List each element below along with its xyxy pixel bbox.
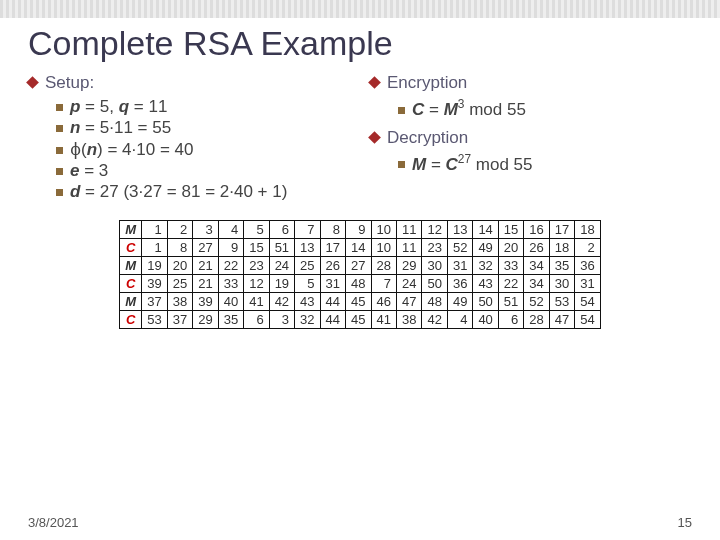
table-cell: 14 xyxy=(346,239,371,257)
table-cell: 10 xyxy=(371,221,396,239)
table-cell: 27 xyxy=(346,257,371,275)
table-cell: 23 xyxy=(422,239,447,257)
encryption-heading: Encryption xyxy=(370,73,692,93)
table-cell: 35 xyxy=(549,257,574,275)
table-cell: 45 xyxy=(346,311,371,329)
table-cell: 38 xyxy=(396,311,421,329)
table-cell: 47 xyxy=(396,293,421,311)
table-cell: 39 xyxy=(142,275,167,293)
table-cell: 36 xyxy=(447,275,472,293)
table-row-label: C xyxy=(120,275,142,293)
table-cell: 28 xyxy=(524,311,549,329)
table-cell: 8 xyxy=(167,239,192,257)
table-cell: 48 xyxy=(422,293,447,311)
table-cell: 18 xyxy=(575,221,600,239)
table-cell: 32 xyxy=(295,311,320,329)
table-cell: 8 xyxy=(320,221,345,239)
table-cell: 15 xyxy=(244,239,269,257)
table-cell: 46 xyxy=(371,293,396,311)
table-cell: 20 xyxy=(498,239,523,257)
encryption-formula: C = M3 mod 55 xyxy=(398,97,692,120)
table-cell: 25 xyxy=(295,257,320,275)
table-cell: 41 xyxy=(371,311,396,329)
table-cell: 6 xyxy=(269,221,294,239)
table-cell: 2 xyxy=(167,221,192,239)
diamond-icon xyxy=(368,131,381,144)
table-cell: 7 xyxy=(295,221,320,239)
bullet-icon xyxy=(398,161,405,168)
setup-item-n: n = 5·11 = 55 xyxy=(56,118,350,138)
table-row-label: C xyxy=(120,239,142,257)
table-cell: 31 xyxy=(447,257,472,275)
table-cell: 31 xyxy=(575,275,600,293)
table-cell: 35 xyxy=(218,311,243,329)
table-cell: 3 xyxy=(269,311,294,329)
encryption-list: C = M3 mod 55 xyxy=(370,97,692,120)
footer-page: 15 xyxy=(678,515,692,530)
table-cell: 6 xyxy=(498,311,523,329)
table-cell: 47 xyxy=(549,311,574,329)
table-cell: 28 xyxy=(371,257,396,275)
table-cell: 40 xyxy=(218,293,243,311)
table-cell: 11 xyxy=(396,239,421,257)
table-cell: 50 xyxy=(422,275,447,293)
bullet-icon xyxy=(56,147,63,154)
page-title: Complete RSA Example xyxy=(28,24,692,63)
table-cell: 22 xyxy=(218,257,243,275)
table-row: C18279155113171410112352492026182 xyxy=(120,239,600,257)
bullet-icon xyxy=(398,107,405,114)
table-cell: 20 xyxy=(167,257,192,275)
table-cell: 3 xyxy=(193,221,218,239)
footer-date: 3/8/2021 xyxy=(28,515,79,530)
table-cell: 49 xyxy=(473,239,498,257)
rsa-table: M123456789101112131415161718C18279155113… xyxy=(119,220,600,329)
setup-item-pq: p = 5, q = 11 xyxy=(56,97,350,117)
table-cell: 40 xyxy=(473,311,498,329)
table-cell: 24 xyxy=(269,257,294,275)
table-cell: 34 xyxy=(524,275,549,293)
table-cell: 39 xyxy=(193,293,218,311)
setup-column: Setup: p = 5, q = 11 n = 5·11 = 55 ϕ(n) … xyxy=(28,73,350,210)
table-cell: 36 xyxy=(575,257,600,275)
table-cell: 54 xyxy=(575,311,600,329)
table-cell: 4 xyxy=(218,221,243,239)
table-cell: 12 xyxy=(422,221,447,239)
table-cell: 21 xyxy=(193,257,218,275)
table-cell: 48 xyxy=(346,275,371,293)
setup-item-phi: ϕ(n) = 4·10 = 40 xyxy=(56,139,350,160)
table-cell: 22 xyxy=(498,275,523,293)
table-cell: 32 xyxy=(473,257,498,275)
table-cell: 52 xyxy=(524,293,549,311)
table-row: C3925213312195314872450364322343031 xyxy=(120,275,600,293)
table-cell: 27 xyxy=(193,239,218,257)
table-cell: 51 xyxy=(269,239,294,257)
table-cell: 16 xyxy=(524,221,549,239)
table-cell: 53 xyxy=(549,293,574,311)
table-cell: 11 xyxy=(396,221,421,239)
table-row-label: M xyxy=(120,221,142,239)
table-cell: 42 xyxy=(269,293,294,311)
diamond-icon xyxy=(368,76,381,89)
table-cell: 38 xyxy=(167,293,192,311)
table-cell: 30 xyxy=(422,257,447,275)
table-cell: 14 xyxy=(473,221,498,239)
table-cell: 30 xyxy=(549,275,574,293)
table-cell: 4 xyxy=(447,311,472,329)
diamond-icon xyxy=(26,76,39,89)
table-cell: 54 xyxy=(575,293,600,311)
table-cell: 51 xyxy=(498,293,523,311)
table-row: M373839404142434445464748495051525354 xyxy=(120,293,600,311)
table-cell: 25 xyxy=(167,275,192,293)
table-row: M123456789101112131415161718 xyxy=(120,221,600,239)
table-cell: 33 xyxy=(218,275,243,293)
table-cell: 34 xyxy=(524,257,549,275)
setup-heading: Setup: xyxy=(28,73,350,93)
table-cell: 26 xyxy=(320,257,345,275)
setup-item-d: d = 27 (3·27 = 81 = 2·40 + 1) xyxy=(56,182,350,202)
content-columns: Setup: p = 5, q = 11 n = 5·11 = 55 ϕ(n) … xyxy=(28,73,692,210)
table-cell: 17 xyxy=(320,239,345,257)
table-cell: 41 xyxy=(244,293,269,311)
table-cell: 45 xyxy=(346,293,371,311)
table-cell: 15 xyxy=(498,221,523,239)
table-cell: 19 xyxy=(142,257,167,275)
